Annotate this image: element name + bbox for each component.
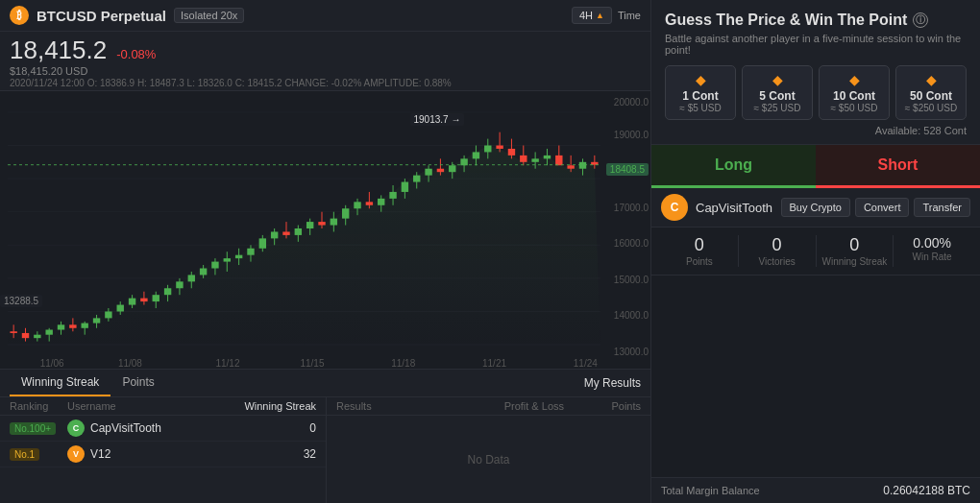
- buy-crypto-button[interactable]: Buy Crypto: [781, 198, 850, 217]
- timeframe-arrow: ▲: [596, 11, 604, 20]
- bet-amount-2: 5 Cont: [747, 89, 808, 103]
- bet-usd-1: ≈ $5 USD: [670, 103, 731, 113]
- long-button[interactable]: Long: [651, 145, 816, 188]
- avatar-1: C: [67, 419, 85, 437]
- convert-button[interactable]: Convert: [855, 198, 910, 217]
- price-chart: [0, 91, 650, 369]
- bottom-section: Winning Streak Points My Results Ranking…: [0, 369, 650, 503]
- price-row: 18,415.2 -0.08%: [10, 36, 641, 65]
- long-short-bar: Long Short: [651, 145, 980, 188]
- bet-card-1[interactable]: ◆ 1 Cont ≈ $5 USD: [665, 65, 736, 120]
- action-btn-group: Buy Crypto Convert Transfer: [781, 198, 971, 217]
- chart-area: 20000.0 19000.0 18000.0 17000.0 16000.0 …: [0, 91, 650, 369]
- time-label: Time: [618, 10, 641, 21]
- game-title-text: Guess The Price & Win The Point: [665, 12, 907, 29]
- timeframe-button[interactable]: 4H ▲: [572, 7, 612, 24]
- streak-cell-2: 32: [239, 447, 316, 461]
- game-subtitle: Battle against another player in a five-…: [665, 33, 967, 56]
- stat-streak: 0 Winning Streak: [817, 235, 894, 267]
- avatar-2: V: [67, 445, 85, 463]
- streak-cell-1: 0: [239, 421, 316, 435]
- results-col-1: Results: [336, 400, 468, 412]
- main-layout: ₿ BTCUSD Perpetual Isolated 20x 4H ▲ Tim…: [0, 0, 980, 503]
- results-table: Results Profit & Loss Points No Data: [327, 397, 650, 503]
- stat-streak-value: 0: [817, 235, 894, 255]
- table-area: Ranking Username Winning Streak No.100+ …: [0, 397, 650, 503]
- col-streak-header: Winning Streak: [239, 400, 316, 412]
- results-headers: Results Profit & Loss Points: [327, 397, 650, 416]
- transfer-button[interactable]: Transfer: [914, 198, 970, 217]
- user-cell-2: V V12: [67, 445, 239, 463]
- user-action-row: C CapVisitTooth Buy Crypto Convert Trans…: [651, 188, 980, 228]
- bet-options: ◆ 1 Cont ≈ $5 USD ◆ 5 Cont ≈ $25 USD ◆ 1…: [665, 65, 967, 120]
- leaderboard-table: Ranking Username Winning Streak No.100+ …: [0, 397, 327, 503]
- bet-card-2[interactable]: ◆ 5 Cont ≈ $25 USD: [742, 65, 813, 120]
- diamond-icon-3: ◆: [823, 72, 885, 87]
- isolated-badge: Isolated 20x: [174, 8, 244, 23]
- bet-usd-4: ≈ $250 USD: [900, 103, 962, 113]
- timeframe-label: 4H: [579, 10, 593, 21]
- bet-usd-2: ≈ $25 USD: [747, 103, 808, 113]
- left-panel: ₿ BTCUSD Perpetual Isolated 20x 4H ▲ Tim…: [0, 0, 651, 503]
- diamond-icon-4: ◆: [900, 72, 962, 87]
- bet-card-3[interactable]: ◆ 10 Cont ≈ $50 USD: [819, 65, 890, 120]
- stat-victories-label: Victories: [739, 256, 816, 267]
- tab-points[interactable]: Points: [110, 370, 165, 396]
- game-title: Guess The Price & Win The Point ⓘ: [665, 12, 967, 29]
- bet-amount-1: 1 Cont: [670, 89, 731, 103]
- margin-row: Total Margin Balance 0.26042188 BTC: [651, 477, 980, 503]
- tabs-row: Winning Streak Points My Results: [0, 370, 650, 397]
- results-col-2: Profit & Loss: [468, 400, 564, 412]
- btc-icon: ₿: [10, 6, 29, 25]
- diamond-icon-2: ◆: [747, 72, 808, 87]
- stat-victories: 0 Victories: [739, 235, 816, 267]
- stat-streak-label: Winning Streak: [817, 256, 894, 267]
- header-right: 4H ▲ Time: [572, 7, 641, 24]
- stat-points-label: Points: [661, 256, 738, 267]
- rank-badge-1: No.100+: [10, 422, 56, 435]
- username-1: CapVisitTooth: [90, 421, 161, 435]
- info-icon[interactable]: ⓘ: [913, 12, 928, 28]
- rank-cell-2: No.1: [10, 447, 67, 461]
- user-game-name: CapVisitTooth: [696, 201, 772, 215]
- rank-cell-1: No.100+: [10, 421, 67, 435]
- stat-points-value: 0: [661, 235, 738, 255]
- short-button[interactable]: Short: [816, 145, 980, 188]
- diamond-icon-1: ◆: [670, 72, 731, 87]
- bet-amount-4: 50 Cont: [900, 89, 962, 103]
- stats-row: 0 Points 0 Victories 0 Winning Streak 0.…: [651, 228, 980, 275]
- col-username-header: Username: [67, 400, 239, 412]
- user-game-icon: C: [661, 194, 688, 221]
- stat-win-rate-value: 0.00%: [894, 235, 970, 251]
- stat-victories-value: 0: [739, 235, 816, 255]
- bet-card-4[interactable]: ◆ 50 Cont ≈ $250 USD: [895, 65, 967, 120]
- col-ranking-header: Ranking: [10, 400, 67, 412]
- username-2: V12: [90, 447, 110, 461]
- rank-badge-2: No.1: [10, 448, 39, 461]
- game-header: Guess The Price & Win The Point ⓘ Battle…: [651, 0, 980, 145]
- tab-winning-streak[interactable]: Winning Streak: [10, 370, 110, 396]
- price-change: -0.08%: [116, 47, 156, 61]
- margin-label: Total Margin Balance: [661, 485, 760, 496]
- bet-usd-3: ≈ $50 USD: [823, 103, 885, 113]
- bet-amount-3: 10 Cont: [823, 89, 885, 103]
- price-section: 18,415.2 -0.08% $18,415.20 USD 2020/11/2…: [0, 32, 650, 91]
- available-cont: Available: 528 Cont: [665, 125, 967, 136]
- big-price: 18,415.2: [10, 36, 107, 65]
- user-initial: C: [671, 201, 679, 214]
- right-panel: Guess The Price & Win The Point ⓘ Battle…: [651, 0, 980, 503]
- leaderboard-headers: Ranking Username Winning Streak: [0, 397, 326, 416]
- stat-points: 0 Points: [661, 235, 738, 267]
- price-meta: 2020/11/24 12:00 O: 18386.9 H: 18487.3 L…: [10, 78, 641, 88]
- price-usd: $18,415.20 USD: [10, 65, 641, 77]
- pair-title: BTCUSD Perpetual: [37, 8, 166, 24]
- no-data-label: No Data: [327, 416, 650, 503]
- my-results-label: My Results: [584, 376, 641, 390]
- stat-win-rate: 0.00% Win Rate: [894, 235, 970, 267]
- user-cell-1: C CapVisitTooth: [67, 419, 239, 437]
- table-row: No.1 V V12 32: [0, 442, 326, 467]
- margin-value: 0.26042188 BTC: [883, 484, 970, 497]
- header-bar: ₿ BTCUSD Perpetual Isolated 20x 4H ▲ Tim…: [0, 0, 650, 32]
- table-row: No.100+ C CapVisitTooth 0: [0, 416, 326, 442]
- stat-win-rate-label: Win Rate: [894, 252, 970, 262]
